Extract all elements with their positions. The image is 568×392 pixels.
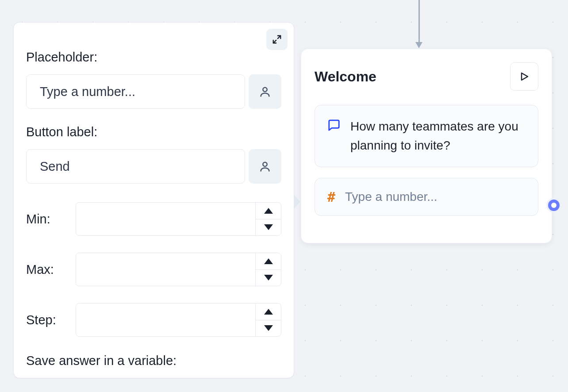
placeholder-input[interactable] bbox=[26, 74, 245, 109]
step-input[interactable] bbox=[76, 304, 255, 336]
button-label-input[interactable] bbox=[26, 149, 245, 184]
expand-button[interactable] bbox=[266, 29, 288, 50]
min-label: Min: bbox=[26, 212, 76, 227]
min-stepper bbox=[255, 203, 281, 235]
step-step-up[interactable] bbox=[256, 304, 281, 320]
max-step-down[interactable] bbox=[256, 270, 281, 286]
svg-point-3 bbox=[263, 162, 267, 166]
chevron-up-icon bbox=[264, 208, 273, 214]
message-text: How many teammates are you planning to i… bbox=[350, 117, 526, 155]
settings-panel: Placeholder: Button label: Min: bbox=[13, 22, 294, 378]
max-step-up[interactable] bbox=[256, 253, 281, 270]
hash-icon: # bbox=[327, 191, 335, 204]
step-label: Step: bbox=[26, 313, 76, 327]
step-step-down[interactable] bbox=[256, 320, 281, 337]
save-variable-label: Save answer in a variable: bbox=[26, 354, 281, 368]
flow-node-welcome[interactable]: Welcome How many teammates are you plann… bbox=[301, 49, 552, 243]
max-stepper bbox=[255, 253, 281, 286]
chevron-down-icon bbox=[264, 275, 273, 281]
button-label-variable-button[interactable] bbox=[249, 149, 281, 184]
chevron-down-icon bbox=[264, 325, 273, 331]
button-label-label: Button label: bbox=[26, 125, 281, 139]
expand-icon bbox=[272, 35, 282, 44]
person-icon bbox=[259, 85, 271, 98]
chevron-down-icon bbox=[264, 224, 273, 230]
node-run-button[interactable] bbox=[510, 62, 538, 91]
flow-edge bbox=[418, 0, 420, 42]
min-step-down[interactable] bbox=[256, 219, 281, 236]
step-stepper bbox=[255, 304, 281, 336]
svg-marker-4 bbox=[522, 73, 528, 80]
min-input[interactable] bbox=[76, 203, 255, 235]
chat-icon bbox=[327, 119, 341, 132]
placeholder-variable-button[interactable] bbox=[249, 74, 281, 109]
person-icon bbox=[259, 160, 271, 173]
chevron-up-icon bbox=[264, 258, 273, 264]
max-label: Max: bbox=[26, 262, 76, 277]
node-output-port[interactable] bbox=[548, 200, 560, 211]
number-input-block[interactable]: # Type a number... bbox=[315, 178, 538, 216]
message-block[interactable]: How many teammates are you planning to i… bbox=[315, 105, 538, 167]
min-step-up[interactable] bbox=[256, 203, 281, 219]
play-icon bbox=[519, 71, 530, 82]
placeholder-label: Placeholder: bbox=[26, 50, 281, 65]
number-input-placeholder: Type a number... bbox=[345, 190, 438, 204]
node-title: Welcome bbox=[315, 69, 376, 85]
max-input[interactable] bbox=[76, 253, 255, 286]
svg-point-2 bbox=[263, 88, 267, 92]
chevron-up-icon bbox=[264, 309, 273, 315]
